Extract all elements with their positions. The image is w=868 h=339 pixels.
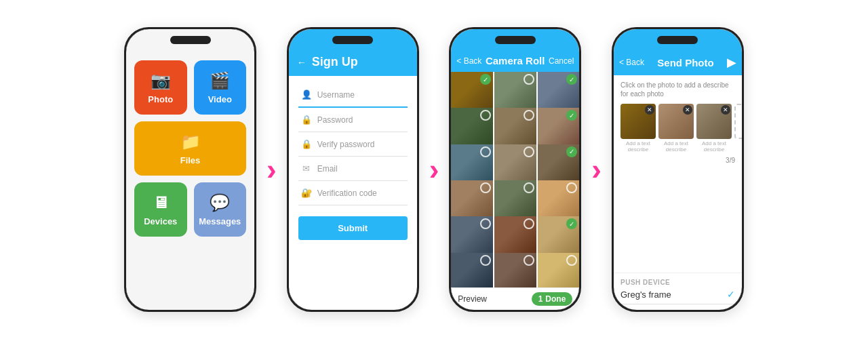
verify-password-field[interactable]: 🔒 Verify password <box>298 132 408 157</box>
photo-check-6: ✓ <box>566 110 577 121</box>
verification-placeholder: Verification code <box>317 188 377 198</box>
send-button[interactable]: ▶ <box>727 55 736 70</box>
phone-1-home: 📷 Photo 🎬 Video 📁 Files 🖥 Devices 💬 <box>124 27 256 312</box>
photo-check-empty-16 <box>480 255 491 266</box>
send-photo-1-container: ✕ Add a text describe <box>620 104 656 153</box>
send-photo-label-2: Add a text describe <box>658 140 694 153</box>
lock-icon-2: 🔒 <box>301 139 312 149</box>
devices-icon: 🖥 <box>153 193 169 212</box>
send-photo-thumb-1[interactable]: ✕ <box>620 104 656 139</box>
photo-check-15: ✓ <box>566 218 577 229</box>
signup-header: ← Sign Up <box>289 29 417 76</box>
photo-check-9: ✓ <box>566 146 577 157</box>
signup-back-button[interactable]: ← <box>297 57 307 68</box>
files-icon: 📁 <box>180 132 201 151</box>
photo-check-empty-18 <box>566 255 577 266</box>
push-device-section: PUSH DEVICE Greg's frame ✓ <box>614 273 742 310</box>
photo-check-1: ✓ <box>480 74 491 85</box>
send-photo-3-container: ✕ Add a text describe <box>696 104 732 153</box>
verification-field[interactable]: 🔐 Verification code <box>298 181 408 205</box>
send-hint: Click on the photo to add a describe for… <box>620 81 735 98</box>
photo-check-empty-13 <box>480 218 491 229</box>
email-icon: ✉ <box>301 163 312 174</box>
send-add-button[interactable]: + <box>734 104 742 139</box>
tile-video[interactable]: 🎬 Video <box>194 60 247 115</box>
photo-check-empty-11 <box>524 182 534 193</box>
tile-files-label: Files <box>180 155 201 165</box>
photo-check-empty-8 <box>524 146 534 157</box>
username-field[interactable]: 👤 Username <box>298 83 408 108</box>
home-screen: 📷 Photo 🎬 Video 📁 Files 🖥 Devices 💬 <box>126 29 254 310</box>
send-photo-add-container: + <box>734 104 742 153</box>
send-photo-thumb-2[interactable]: ✕ <box>658 104 694 139</box>
photo-check-3: ✓ <box>566 74 577 85</box>
photo-check-empty-10 <box>480 182 491 193</box>
camera-back-button[interactable]: < Back <box>456 56 481 66</box>
password-placeholder: Password <box>317 115 353 125</box>
username-placeholder: Username <box>317 90 355 100</box>
photo-check-empty-12 <box>566 182 577 193</box>
phone-4-send: < Back Send Photo ▶ Click on the photo t… <box>612 27 744 312</box>
tile-devices[interactable]: 🖥 Devices <box>134 182 187 237</box>
phone-3-camera: < Back Camera Roll Cancel ✓ ✓ ✓ ✓ ✓ <box>449 27 581 312</box>
photo-cell-17[interactable] <box>494 253 536 287</box>
email-placeholder: Email <box>317 164 338 174</box>
tile-video-label: Video <box>208 94 232 104</box>
photo-icon: 📷 <box>151 71 171 90</box>
tile-messages-label: Messages <box>199 216 241 226</box>
send-title: Send Photo <box>657 57 713 68</box>
photo-check-empty-14 <box>524 218 534 229</box>
send-header: < Back Send Photo ▶ <box>614 29 742 75</box>
send-photo-remove-1[interactable]: ✕ <box>645 105 654 115</box>
video-icon: 🎬 <box>210 71 230 90</box>
home-grid: 📷 Photo 🎬 Video 📁 Files 🖥 Devices 💬 <box>134 60 246 237</box>
preview-text[interactable]: Preview <box>458 294 487 304</box>
done-count: 1 <box>538 294 543 304</box>
done-label: Done <box>545 294 566 304</box>
send-photo-label-1: Add a text describe <box>620 140 656 153</box>
lock-icon-1: 🔒 <box>301 115 312 125</box>
camera-title: Camera Roll <box>486 55 545 66</box>
photo-cell-18[interactable] <box>538 253 580 287</box>
password-field[interactable]: 🔒 Password <box>298 108 408 132</box>
send-photo-remove-2[interactable]: ✕ <box>683 105 692 115</box>
send-photos-row: ✕ Add a text describe ✕ Add a text descr… <box>620 104 735 153</box>
chevron-2: › <box>429 155 439 184</box>
done-badge[interactable]: 1 Done <box>532 292 573 306</box>
send-photo-label-3: Add a text describe <box>696 140 732 153</box>
send-back-button[interactable]: < Back <box>619 58 644 67</box>
send-photo-remove-3[interactable]: ✕ <box>721 105 730 115</box>
camera-footer: Preview 1 Done <box>451 287 579 310</box>
verify-placeholder: Verify password <box>317 140 375 149</box>
photo-check-empty-5 <box>524 110 534 121</box>
camera-header: < Back Camera Roll Cancel <box>451 29 579 72</box>
signup-title: Sign Up <box>312 55 358 69</box>
push-device-select[interactable]: Greg's frame ✓ <box>620 289 735 304</box>
tile-files[interactable]: 📁 Files <box>134 121 246 176</box>
send-content: Click on the photo to add a describe for… <box>614 75 742 273</box>
messages-icon: 💬 <box>210 193 230 212</box>
submit-button[interactable]: Submit <box>298 216 408 240</box>
photo-cell-16[interactable] <box>451 253 493 287</box>
push-device-label: PUSH DEVICE <box>620 279 735 286</box>
photo-check-empty-7 <box>480 146 491 157</box>
camera-screen: < Back Camera Roll Cancel ✓ ✓ ✓ ✓ ✓ <box>451 29 579 310</box>
email-field[interactable]: ✉ Email <box>298 157 408 181</box>
tile-photo[interactable]: 📷 Photo <box>134 60 187 115</box>
send-screen: < Back Send Photo ▶ Click on the photo t… <box>614 29 742 310</box>
tile-devices-label: Devices <box>144 216 177 226</box>
send-photo-thumb-3[interactable]: ✕ <box>696 104 732 139</box>
signup-screen: ← Sign Up 👤 Username 🔒 Password 🔒 Verify… <box>289 29 417 310</box>
chevron-1: › <box>267 155 277 184</box>
push-device-checkmark: ✓ <box>727 289 735 300</box>
tile-messages[interactable]: 💬 Messages <box>194 182 247 237</box>
chevron-3: › <box>591 155 601 184</box>
photo-check-empty-17 <box>524 255 534 266</box>
photo-grid: ✓ ✓ ✓ ✓ ✓ <box>451 72 579 287</box>
signup-form: 👤 Username 🔒 Password 🔒 Verify password … <box>289 76 417 247</box>
camera-cancel-button[interactable]: Cancel <box>549 56 574 66</box>
send-photo-2-container: ✕ Add a text describe <box>658 104 694 153</box>
verification-icon: 🔐 <box>301 188 312 198</box>
user-icon: 👤 <box>301 89 312 100</box>
flow-container: 📷 Photo 🎬 Video 📁 Files 🖥 Devices 💬 <box>111 14 757 325</box>
